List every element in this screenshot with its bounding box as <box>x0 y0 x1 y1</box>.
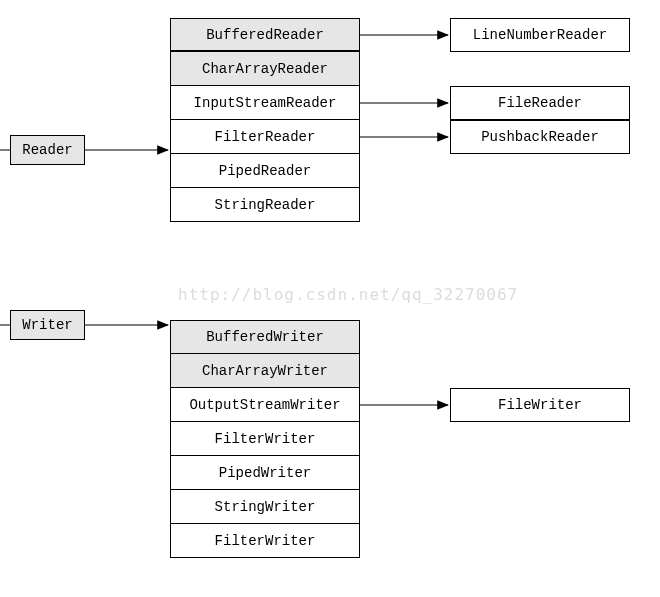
reader-sub-chararrayreader: CharArrayReader <box>170 52 360 86</box>
reader-sub-inputstreamreader: InputStreamReader <box>170 86 360 120</box>
label: LineNumberReader <box>473 27 607 43</box>
label: FileReader <box>498 95 582 111</box>
reader-sub-bufferedreader: BufferedReader <box>170 18 360 52</box>
label: FilterWriter <box>215 533 316 549</box>
label: InputStreamReader <box>194 95 337 111</box>
writer-sub-chararraywriter: CharArrayWriter <box>170 354 360 388</box>
label: PipedReader <box>219 163 311 179</box>
reader-sub-filterreader: FilterReader <box>170 120 360 154</box>
label: FilterReader <box>215 129 316 145</box>
writer-sub-pipedwriter: PipedWriter <box>170 456 360 490</box>
reader-leaf-pushbackreader: PushbackReader <box>450 120 630 154</box>
label: PushbackReader <box>481 129 599 145</box>
label: FileWriter <box>498 397 582 413</box>
reader-sub-pipedreader: PipedReader <box>170 154 360 188</box>
reader-root-label: Reader <box>22 142 72 158</box>
reader-leaf-filereader: FileReader <box>450 86 630 120</box>
writer-root-box: Writer <box>10 310 85 340</box>
writer-leaf-filewriter: FileWriter <box>450 388 630 422</box>
writer-sub-stringwriter: StringWriter <box>170 490 360 524</box>
label: BufferedReader <box>206 27 324 43</box>
writer-root-label: Writer <box>22 317 72 333</box>
watermark-text: http://blog.csdn.net/qq_32270067 <box>178 285 518 304</box>
label: BufferedWriter <box>206 329 324 345</box>
watermark-label: http://blog.csdn.net/qq_32270067 <box>178 285 518 304</box>
label: CharArrayReader <box>202 61 328 77</box>
writer-sub-bufferedwriter: BufferedWriter <box>170 320 360 354</box>
writer-sub-outputstreamwriter: OutputStreamWriter <box>170 388 360 422</box>
writer-sub-filterwriter-2: FilterWriter <box>170 524 360 558</box>
label: CharArrayWriter <box>202 363 328 379</box>
label: PipedWriter <box>219 465 311 481</box>
label: FilterWriter <box>215 431 316 447</box>
label: StringWriter <box>215 499 316 515</box>
writer-sub-filterwriter-1: FilterWriter <box>170 422 360 456</box>
label: StringReader <box>215 197 316 213</box>
reader-sub-stringreader: StringReader <box>170 188 360 222</box>
reader-leaf-linenumberreader: LineNumberReader <box>450 18 630 52</box>
reader-root-box: Reader <box>10 135 85 165</box>
label: OutputStreamWriter <box>189 397 340 413</box>
